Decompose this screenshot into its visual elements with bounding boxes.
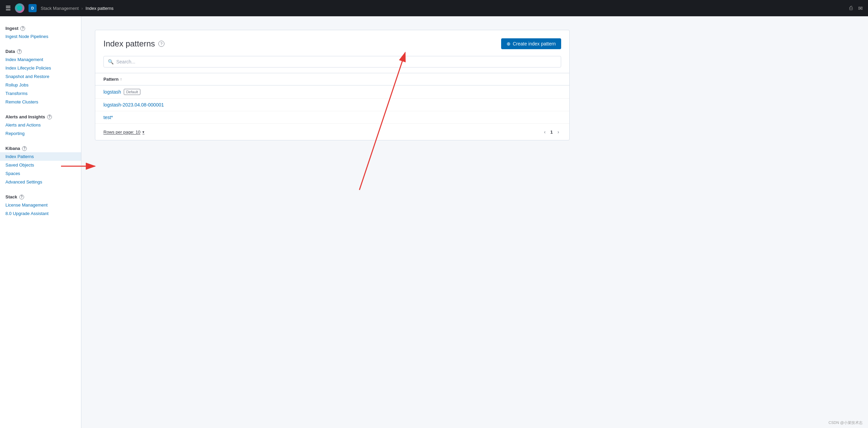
breadcrumb-separator: ›: [81, 6, 83, 11]
sidebar-section-kibana: Kibana ? Index Patterns Saved Objects Sp…: [0, 143, 81, 186]
sidebar: Ingest ? Ingest Node Pipelines Data ? In…: [0, 16, 81, 428]
nav-right-icons: ⎙ ✉: [849, 5, 863, 12]
previous-page-button[interactable]: ‹: [542, 128, 548, 136]
ingest-help-icon[interactable]: ?: [20, 26, 25, 31]
card-header: Index patterns ? ⊕ Create index pattern: [95, 30, 569, 56]
data-help-icon[interactable]: ?: [17, 49, 22, 54]
sidebar-item-transforms[interactable]: Transforms: [0, 89, 81, 98]
table-row[interactable]: logstash Default: [95, 85, 569, 99]
sidebar-item-saved-objects[interactable]: Saved Objects: [0, 161, 81, 169]
search-icon: 🔍: [108, 59, 114, 64]
content-card: Index patterns ? ⊕ Create index pattern …: [95, 30, 570, 140]
sidebar-item-index-patterns[interactable]: Index Patterns: [0, 152, 81, 161]
create-btn-label: Create index pattern: [513, 41, 556, 46]
sidebar-section-title-ingest: Ingest ?: [0, 23, 81, 32]
pattern-link-logstash[interactable]: logstash: [103, 89, 121, 95]
table-row[interactable]: logstash-2023.04.08-000001: [95, 99, 569, 111]
svg-point-0: [17, 5, 22, 11]
sidebar-item-license-management[interactable]: License Management: [0, 201, 81, 209]
sidebar-item-remote-clusters[interactable]: Remote Clusters: [0, 98, 81, 106]
sidebar-section-stack: Stack ? License Management 8.0 Upgrade A…: [0, 192, 81, 218]
stack-help-icon[interactable]: ?: [19, 195, 24, 199]
sidebar-item-snapshot-restore[interactable]: Snapshot and Restore: [0, 72, 81, 81]
default-badge: Default: [124, 89, 140, 95]
current-page-number: 1: [550, 130, 553, 135]
mail-icon[interactable]: ✉: [858, 5, 863, 12]
create-index-pattern-button[interactable]: ⊕ Create index pattern: [501, 38, 561, 49]
pagination: Rows per page: 10 ▾ ‹ 1 ›: [95, 124, 569, 140]
pattern-column-header[interactable]: Pattern ↑: [103, 77, 122, 82]
sidebar-item-ingest-node-pipelines[interactable]: Ingest Node Pipelines: [0, 32, 81, 41]
sort-icon: ↑: [120, 77, 122, 82]
watermark: CSDN @小菜技术志: [829, 420, 863, 425]
pattern-link-logstash-2023[interactable]: logstash-2023.04.08-000001: [103, 102, 164, 108]
sidebar-item-reporting[interactable]: Reporting: [0, 129, 81, 138]
sidebar-item-alerts-actions[interactable]: Alerts and Actions: [0, 121, 81, 129]
sidebar-item-index-management[interactable]: Index Management: [0, 55, 81, 64]
page-controls: ‹ 1 ›: [542, 128, 561, 136]
main-layout: Ingest ? Ingest Node Pipelines Data ? In…: [0, 16, 868, 428]
page-title: Index patterns ?: [103, 39, 164, 48]
rows-per-page-chevron-icon: ▾: [142, 130, 144, 134]
hamburger-menu-icon[interactable]: ☰: [5, 4, 11, 12]
sidebar-section-title-kibana: Kibana ?: [0, 143, 81, 152]
search-bar: 🔍: [95, 56, 569, 73]
breadcrumb-app[interactable]: Stack Management: [41, 6, 79, 11]
user-avatar[interactable]: D: [28, 4, 37, 12]
search-input[interactable]: [116, 59, 557, 64]
sidebar-item-rollup-jobs[interactable]: Rollup Jobs: [0, 81, 81, 89]
patterns-table: Pattern ↑ logstash Default logstash-2023…: [95, 73, 569, 140]
sidebar-item-upgrade-assistant[interactable]: 8.0 Upgrade Assistant: [0, 209, 81, 218]
sidebar-item-advanced-settings[interactable]: Advanced Settings: [0, 178, 81, 186]
sidebar-section-title-alerts: Alerts and Insights ?: [0, 112, 81, 121]
next-page-button[interactable]: ›: [555, 128, 561, 136]
create-btn-plus-icon: ⊕: [507, 41, 511, 46]
kibana-logo: [15, 3, 24, 13]
sidebar-section-ingest: Ingest ? Ingest Node Pipelines: [0, 23, 81, 41]
sidebar-item-spaces[interactable]: Spaces: [0, 169, 81, 178]
top-navigation: ☰ D Stack Management › Index patterns ⎙ …: [0, 0, 868, 16]
breadcrumb: Stack Management › Index patterns: [41, 6, 114, 11]
table-header: Pattern ↑: [95, 73, 569, 85]
sidebar-item-index-lifecycle-policies[interactable]: Index Lifecycle Policies: [0, 64, 81, 72]
main-content: Index patterns ? ⊕ Create index pattern …: [81, 16, 868, 428]
rows-per-page-control[interactable]: Rows per page: 10 ▾: [103, 130, 144, 135]
sidebar-section-alerts: Alerts and Insights ? Alerts and Actions…: [0, 112, 81, 138]
table-row[interactable]: test*: [95, 111, 569, 124]
alerts-help-icon[interactable]: ?: [47, 115, 52, 119]
sidebar-section-title-data: Data ?: [0, 46, 81, 55]
page-title-help-icon[interactable]: ?: [158, 41, 164, 47]
share-icon[interactable]: ⎙: [849, 5, 853, 11]
breadcrumb-current: Index patterns: [85, 6, 113, 11]
search-input-wrap: 🔍: [103, 56, 561, 67]
sidebar-section-title-stack: Stack ?: [0, 192, 81, 201]
kibana-help-icon[interactable]: ?: [22, 146, 27, 151]
pattern-link-test[interactable]: test*: [103, 115, 113, 120]
sidebar-section-data: Data ? Index Management Index Lifecycle …: [0, 46, 81, 106]
